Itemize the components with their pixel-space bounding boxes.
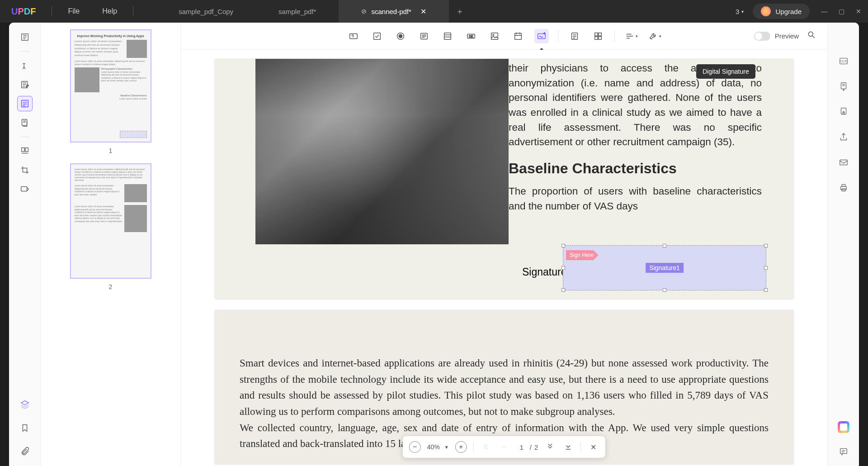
- svg-rect-4: [21, 148, 24, 152]
- svg-rect-20: [595, 33, 598, 35]
- date-field-button[interactable]: [511, 29, 525, 43]
- redact-button[interactable]: [17, 181, 33, 197]
- layers-button[interactable]: [17, 397, 33, 412]
- ocr-button[interactable]: OCR: [836, 53, 851, 69]
- ai-assistant-button[interactable]: [836, 419, 851, 435]
- comment-mode-button[interactable]: [17, 58, 33, 73]
- page-tools-button[interactable]: [17, 143, 33, 159]
- toggle-switch-icon: [754, 32, 770, 41]
- tab-close-button[interactable]: ✕: [420, 7, 426, 16]
- reader-mode-button[interactable]: [17, 29, 33, 45]
- upgrade-button[interactable]: Upgrade: [753, 4, 810, 19]
- heading-text: Baseline Characteristics: [509, 158, 762, 179]
- image-field-button[interactable]: [487, 29, 502, 43]
- resize-handle[interactable]: [764, 266, 768, 270]
- crop-button[interactable]: [17, 162, 33, 178]
- form-alignment-button[interactable]: [591, 29, 605, 43]
- zoom-out-button[interactable]: −: [409, 441, 421, 453]
- signature-field[interactable]: Sign Here Signature1: [563, 245, 766, 290]
- svg-rect-23: [599, 36, 601, 39]
- chat-button[interactable]: [836, 444, 851, 459]
- last-page-button[interactable]: [562, 441, 574, 453]
- svg-rect-12: [444, 33, 451, 39]
- tab-scanned-pdf[interactable]: ⊘ scanned-pdf* ✕: [339, 0, 448, 23]
- svg-point-24: [808, 32, 813, 36]
- edit-mode-button[interactable]: [17, 77, 33, 92]
- page-input[interactable]: 1: [516, 443, 527, 451]
- svg-rect-8: [374, 33, 381, 39]
- text-field-button[interactable]: [346, 29, 361, 43]
- svg-rect-30: [840, 160, 847, 165]
- resize-handle[interactable]: [663, 288, 666, 292]
- align-button[interactable]: ▾: [624, 29, 638, 43]
- thumbnail-page-1[interactable]: Improve Working Productivity in Using Ap…: [70, 29, 151, 143]
- left-rail: [9, 23, 41, 466]
- print-button[interactable]: [836, 180, 851, 195]
- resize-handle[interactable]: [764, 244, 768, 247]
- avatar-icon: [761, 6, 771, 16]
- page-controls: − 40%▼ + 1 / 2 ✕: [403, 436, 605, 458]
- app-logo: UPDF: [0, 6, 47, 17]
- tab-label: scanned-pdf*: [371, 8, 411, 15]
- svg-rect-6: [21, 187, 27, 191]
- organize-mode-button[interactable]: [17, 115, 33, 130]
- paragraph-text: Smart devices and internet-based applica…: [240, 355, 769, 420]
- resize-handle[interactable]: [561, 288, 565, 292]
- menu-help[interactable]: Help: [91, 7, 128, 15]
- zoom-in-button[interactable]: +: [455, 441, 467, 453]
- thumbnail-page-2[interactable]: Lorem ipsum dolor sit amet consectetur a…: [70, 163, 151, 279]
- zoom-dropdown[interactable]: 40%▼: [427, 443, 449, 451]
- minimize-button[interactable]: —: [821, 8, 827, 15]
- svg-text:OCR: OCR: [840, 60, 847, 63]
- listbox-button[interactable]: [440, 29, 455, 43]
- button-field-button[interactable]: OK: [464, 29, 478, 43]
- prev-page-button[interactable]: [498, 441, 510, 453]
- tab-sample-copy[interactable]: sample_pdf_Copy: [156, 0, 256, 23]
- svg-rect-31: [840, 186, 846, 190]
- titlebar: UPDF File Help sample_pdf_Copy sample_pd…: [0, 0, 868, 23]
- digital-signature-tooltip: Digital Signature: [696, 64, 755, 79]
- form-mode-button[interactable]: [17, 96, 33, 111]
- attachment-button[interactable]: [17, 444, 33, 459]
- add-tab-button[interactable]: ＋: [449, 6, 471, 17]
- resize-handle[interactable]: [561, 244, 565, 247]
- resize-handle[interactable]: [764, 288, 768, 292]
- svg-rect-22: [595, 36, 598, 39]
- sign-here-tag: Sign Here: [566, 250, 598, 260]
- svg-rect-5: [25, 148, 28, 152]
- resize-handle[interactable]: [561, 266, 565, 270]
- preview-toggle[interactable]: Preview: [754, 32, 799, 41]
- svg-rect-32: [842, 185, 845, 187]
- bookmark-button[interactable]: [17, 420, 33, 436]
- protect-button[interactable]: [836, 104, 851, 119]
- close-controls-button[interactable]: ✕: [587, 441, 599, 453]
- checkbox-button[interactable]: [370, 29, 384, 43]
- svg-rect-34: [840, 449, 847, 454]
- tab-sample[interactable]: sample_pdf*: [256, 0, 339, 23]
- form-recognition-button[interactable]: [567, 29, 582, 43]
- svg-rect-15: [491, 33, 498, 39]
- disabled-icon: ⊘: [361, 8, 367, 15]
- resize-handle[interactable]: [663, 244, 666, 247]
- search-button[interactable]: [807, 30, 816, 42]
- svg-point-10: [399, 34, 402, 38]
- tools-button[interactable]: ▾: [647, 29, 662, 43]
- main-area: OK ▾ ▾ Preview Digital Signature: [181, 23, 827, 466]
- signature-field-name: Signature1: [646, 263, 684, 273]
- document-viewport[interactable]: Signature: their physicians to access th…: [181, 50, 827, 466]
- radio-button[interactable]: [393, 29, 408, 43]
- thumbnail-panel: Improve Working Productivity in Using Ap…: [41, 23, 181, 466]
- share-button[interactable]: [836, 129, 851, 145]
- email-button[interactable]: [836, 155, 851, 170]
- thumbnail-1-number: 1: [47, 147, 174, 154]
- maximize-button[interactable]: ▢: [839, 8, 844, 15]
- dropdown-button[interactable]: [417, 29, 431, 43]
- paragraph-text: The proportion of users with baseline ch…: [509, 184, 762, 214]
- digital-signature-button[interactable]: [534, 29, 549, 43]
- tab-count[interactable]: 3 ▾: [731, 8, 748, 15]
- export-button[interactable]: [836, 79, 851, 94]
- menu-file[interactable]: File: [57, 7, 91, 15]
- next-page-button[interactable]: [544, 441, 556, 453]
- close-button[interactable]: ✕: [856, 8, 861, 15]
- first-page-button[interactable]: [480, 441, 492, 453]
